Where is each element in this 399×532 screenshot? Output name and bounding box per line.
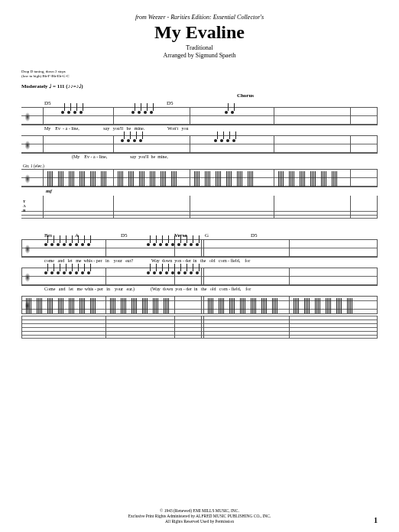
vocal2-lyrics-1: (My Ev - a - line, say you'll be mine, [21, 154, 378, 159]
rights-line: Exclusive Print Rights Administered by A… [21, 514, 378, 519]
copyright-line: © 1943 (Renewed) EMI MILLS MUSIC, INC. [21, 508, 378, 514]
chord-row-1: D5 D5 [21, 100, 378, 106]
vocal2-lyrics-2: Come and let me whis - per in your ear.)… [21, 287, 378, 291]
reserved-line: All Rights Reserved Used by Permission [21, 519, 378, 524]
page-number: 1 [374, 516, 378, 524]
tempo-marking: Moderately ♩ = 111 (♪♪=♪♩) [21, 83, 378, 89]
vocal1-staff-2 [21, 239, 378, 258]
chord-row-2: Bm A D5 Verse G D5 [21, 232, 378, 238]
vocal1-staff-1 [21, 107, 378, 125]
vocal1-lyrics-1: My Ev - a - line, say you'll be mine. Wo… [21, 126, 378, 131]
tab-staff-1: TAB [21, 196, 378, 219]
tab-staff-2 [21, 316, 378, 339]
guitar-staff-1 [21, 169, 378, 187]
tab-label: TAB [23, 200, 26, 213]
arranger: Arranged by Sigmund Spaeth [21, 52, 378, 59]
section-label-verse: Verse [174, 232, 205, 238]
music-system-1: Chorus D5 D5 My Ev - a - line, say you'l… [21, 92, 378, 219]
guitar-part-label: Gtr. 1 (elec.) [21, 164, 378, 168]
source-line: from Weezer - Rarities Edition: Essentia… [21, 14, 378, 21]
vocal2-staff-2 [21, 268, 378, 286]
section-label-chorus: Chorus [113, 92, 378, 99]
song-title: My Evaline [21, 22, 378, 43]
dynamic-marking: mf [21, 188, 378, 194]
tuning-info: Drop D tuning, down 2 steps (low to high… [21, 70, 378, 79]
vocal1-lyrics-2: come and let me whis - per in your ear? … [21, 258, 378, 263]
sheet-header: from Weezer - Rarities Edition: Essentia… [21, 14, 378, 59]
tuning-line2: (low to high) Bb-F-Bb-Eb-G-C [21, 74, 378, 79]
music-system-2: Bm A D5 Verse G D5 come and let me whis … [21, 232, 378, 339]
copyright-footer: © 1943 (Renewed) EMI MILLS MUSIC, INC. E… [21, 508, 378, 524]
vocal2-staff-1 [21, 135, 378, 154]
composer: Traditional [21, 44, 378, 51]
guitar-staff-2 [21, 296, 378, 314]
